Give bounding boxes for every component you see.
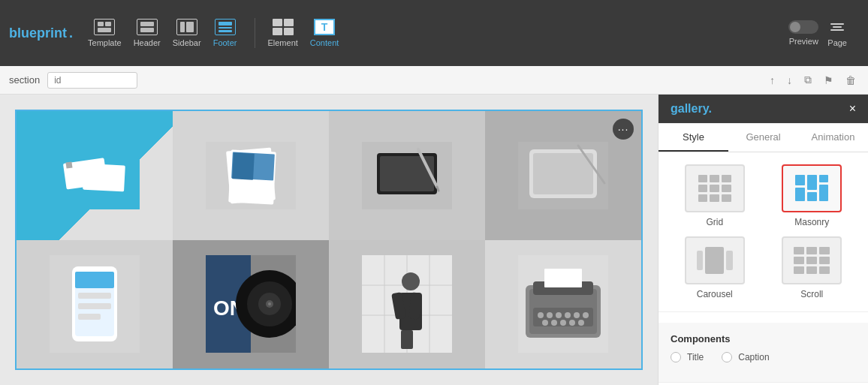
- duplicate-button[interactable]: ⧉: [801, 72, 815, 88]
- section-bar: section ↑ ↓ ⧉ ⚑ 🗑: [0, 66, 868, 95]
- toolbar-page[interactable]: Page: [827, 19, 847, 47]
- gallery-grid: ONE: [17, 111, 641, 368]
- gallery-item-2: [173, 111, 329, 240]
- logo: blueprint.: [9, 26, 73, 41]
- toolbar-footer[interactable]: Footer: [213, 19, 237, 47]
- move-up-button[interactable]: ↑: [767, 73, 778, 88]
- tab-general[interactable]: General: [728, 124, 798, 152]
- svg-rect-5: [180, 22, 185, 32]
- toolbar-content[interactable]: T Content: [304, 16, 345, 50]
- panel-separator-2: [659, 382, 868, 383]
- gallery-menu-button[interactable]: ···: [613, 119, 634, 140]
- svg-point-62: [547, 312, 553, 318]
- delete-button[interactable]: 🗑: [842, 73, 859, 88]
- component-caption[interactable]: Caption: [722, 352, 769, 362]
- tablet2-image: [518, 142, 608, 209]
- gallery-item-7: [329, 240, 485, 369]
- svg-point-68: [551, 320, 557, 326]
- preview-label: Preview: [789, 37, 818, 46]
- toolbar-header-label: Header: [134, 38, 161, 47]
- toolbar-sidebar-label: Sidebar: [173, 38, 201, 47]
- svg-rect-4: [140, 28, 154, 32]
- scroll-icon: [794, 247, 830, 274]
- component-title-label: Title: [687, 352, 704, 362]
- gallery-item-1: [17, 111, 173, 240]
- move-down-button[interactable]: ↓: [784, 73, 795, 88]
- svg-rect-3: [140, 22, 154, 26]
- section-label: section: [9, 74, 40, 86]
- gallery-item-5: [17, 240, 173, 369]
- svg-point-61: [538, 312, 544, 318]
- toolbar-element-label: Element: [267, 38, 297, 47]
- tab-style[interactable]: Style: [659, 124, 728, 152]
- svg-rect-1: [105, 22, 111, 26]
- grid-icon: [698, 175, 731, 202]
- panel-content: Grid: [659, 152, 868, 385]
- component-title[interactable]: Title: [671, 352, 704, 362]
- panel-title-dot: .: [708, 102, 711, 115]
- content-icon: T: [314, 19, 335, 35]
- gallery-type-grid: Grid: [671, 164, 856, 299]
- svg-point-50: [402, 272, 420, 290]
- canvas: ···: [0, 95, 658, 385]
- svg-rect-0: [98, 22, 104, 26]
- logo-text: blueprint: [9, 26, 67, 41]
- gallery-type-option-scroll[interactable]: Scroll: [768, 236, 857, 299]
- toolbar-element[interactable]: Element: [261, 16, 303, 50]
- title-radio[interactable]: [671, 352, 681, 362]
- toolbar-template[interactable]: Template: [88, 19, 122, 47]
- panel-separator-1: [659, 311, 868, 312]
- toolbar-sidebar[interactable]: Sidebar: [173, 19, 201, 47]
- right-panel: gallery. × Style General Animation: [658, 95, 868, 385]
- book-image: [206, 142, 296, 209]
- phone-image: [50, 255, 140, 353]
- panel-close-button[interactable]: ×: [849, 102, 856, 116]
- toolbar-content-label: Content: [310, 38, 339, 47]
- gallery-type-option-masonry[interactable]: Masonry: [768, 164, 857, 227]
- svg-point-71: [578, 320, 584, 326]
- svg-point-42: [268, 302, 271, 305]
- toolbar-header[interactable]: Header: [134, 19, 161, 47]
- panel-title: gallery.: [671, 102, 712, 116]
- toolbar-divider-1: [255, 18, 255, 48]
- anchor-button[interactable]: ⚑: [821, 73, 836, 88]
- carousel-label: Carousel: [697, 289, 733, 299]
- scroll-label: Scroll: [800, 289, 823, 299]
- gallery-type-icon-carousel: [685, 236, 745, 284]
- logo-dot: .: [69, 26, 73, 41]
- svg-rect-26: [533, 153, 593, 194]
- svg-rect-2: [98, 28, 111, 32]
- svg-rect-32: [78, 293, 111, 299]
- section-id-input[interactable]: [47, 72, 137, 89]
- caption-radio[interactable]: [722, 352, 732, 362]
- footer-svg: [219, 22, 232, 32]
- components-title: Components: [671, 333, 856, 344]
- gallery-item-8: [485, 240, 641, 369]
- toolbar-preview[interactable]: Preview: [788, 20, 818, 46]
- svg-point-66: [583, 312, 589, 318]
- carousel-icon: [697, 247, 733, 274]
- person-image: [362, 255, 452, 353]
- svg-rect-18: [232, 152, 255, 179]
- gallery-type-icon-grid: [685, 164, 745, 212]
- element-icon: [273, 19, 294, 35]
- toolbar-footer-label: Footer: [213, 38, 237, 47]
- components-row: Title Caption: [671, 352, 856, 362]
- preview-toggle[interactable]: [788, 20, 818, 34]
- svg-point-65: [574, 312, 580, 318]
- svg-rect-12: [83, 163, 125, 191]
- typewriter-image: [518, 255, 608, 353]
- masonry-label: Masonry: [794, 217, 829, 227]
- gallery-type-option-carousel[interactable]: Carousel: [671, 236, 759, 299]
- panel-header: gallery. ×: [659, 95, 868, 124]
- svg-point-64: [565, 312, 571, 318]
- gallery-item-3: [329, 111, 485, 240]
- panel-title-text: gallery: [671, 102, 708, 115]
- svg-rect-33: [78, 303, 111, 309]
- three-dots-icon: ···: [618, 124, 629, 134]
- gallery-type-icon-scroll: [782, 236, 842, 284]
- gallery-type-option-grid[interactable]: Grid: [671, 164, 759, 227]
- template-icon: [94, 19, 115, 35]
- tab-animation[interactable]: Animation: [798, 124, 868, 152]
- toolbar: blueprint. Template Header Sidebar Foote…: [0, 0, 868, 66]
